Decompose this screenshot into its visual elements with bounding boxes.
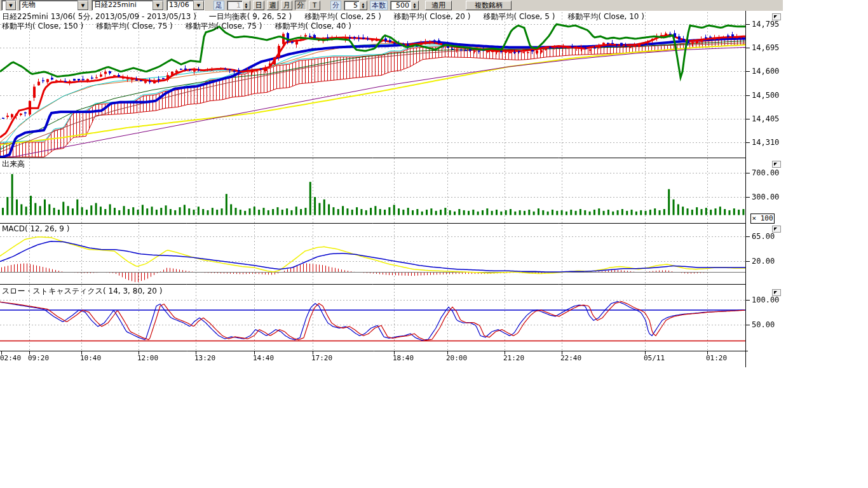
spinner-arrows-icon[interactable]: ▲▼ (410, 1, 419, 10)
time-axis-label: 10:40 (80, 354, 101, 362)
volume-panel-title: 出来高 (2, 159, 25, 170)
bar-type-label: 足 (214, 1, 224, 10)
time-axis-label: 12:00 (137, 354, 158, 362)
time-axis-label: 05/11 (644, 354, 665, 362)
symbol-combobox-value: 日経225mini (92, 1, 153, 10)
stochastics-panel-title: スロー・ストキャスティクス( 14, 3, 80, 20 ) (2, 286, 162, 297)
volume-panel-expand-icon[interactable] (772, 161, 781, 168)
bar-count-value: 500 (390, 1, 410, 10)
market-combobox[interactable]: 先物 ▼ (19, 0, 89, 11)
legend-ma150: 移動平均( Close, 150 ) (2, 21, 83, 32)
macd-panel-title: MACD( 12, 26, 9 ) (2, 224, 69, 233)
time-axis-label: 21:20 (503, 354, 524, 362)
chevron-down-icon[interactable]: ▼ (193, 1, 204, 10)
bar-count-spinner[interactable]: 500 ▲▼ (390, 1, 419, 10)
monthly-button[interactable]: 月 (281, 1, 292, 10)
minute-button[interactable]: 分 (295, 1, 306, 10)
apply-button[interactable]: 適用 (425, 1, 452, 10)
toolbar: ▼ 先物 ▼ 日経225mini ▼ 13/06 ▼ 足 1 ▲▼ 日 週 月 … (0, 0, 783, 11)
time-axis-label: 13:20 (194, 354, 215, 362)
price-axis-label: 14,310 (752, 138, 779, 147)
spinner-arrows-icon[interactable]: ▲▼ (242, 1, 250, 10)
price-axis-label: 14,405 (752, 114, 779, 123)
stoch-axis-label: 50.00 (752, 320, 775, 329)
legend-ma40: 移動平均( Close, 40 ) (275, 21, 351, 32)
macd-axis-label: 65.00 (752, 232, 775, 241)
volume-multiplier-badge: × 100 (750, 214, 775, 224)
chevron-down-icon[interactable]: ▼ (153, 1, 163, 10)
time-axis-label: 01:20 (706, 354, 727, 362)
multi-symbol-button[interactable]: 複数銘柄 (466, 1, 512, 10)
bar-interval-spinner[interactable]: 1 ▲▼ (227, 1, 250, 10)
minutes-spinner[interactable]: 5 ▲▼ (344, 1, 367, 10)
contract-month-combobox-value: 13/06 (167, 1, 193, 10)
time-axis-label: 18:40 (393, 354, 414, 362)
time-axis-label: 17:20 (311, 354, 332, 362)
time-axis-label: 22:40 (560, 354, 581, 362)
weekly-button[interactable]: 週 (267, 1, 278, 10)
legend-line-2: 移動平均( Close, 150 ) 移動平均( Close, 75 ) 移動平… (2, 21, 351, 32)
legend-ma75a: 移動平均( Close, 75 ) (96, 21, 173, 32)
chevron-down-icon[interactable]: ▼ (78, 1, 88, 10)
blank-combobox[interactable]: ▼ (1, 0, 17, 11)
time-axis-label: 14:40 (253, 354, 274, 362)
stoch-axis-label: 100.00 (752, 295, 779, 304)
minutes-label: 分 (330, 1, 341, 10)
chevron-down-icon[interactable]: ▼ (6, 1, 16, 10)
legend-ma20: 移動平均( Close, 20 ) (394, 11, 471, 22)
bar-count-label: 本数 (370, 1, 388, 10)
macd-axis-label: 20.00 (752, 257, 775, 266)
daily-button[interactable]: 日 (253, 1, 264, 10)
symbol-combobox[interactable]: 日経225mini ▼ (92, 0, 164, 11)
price-axis-label: 14,500 (752, 91, 779, 100)
spinner-arrows-icon[interactable]: ▲▼ (359, 1, 367, 10)
time-axis-label: 02:40 (0, 354, 21, 362)
tick-button[interactable]: T (309, 1, 320, 10)
volume-axis-label: 700.00 (752, 168, 779, 177)
chart-canvas[interactable] (0, 0, 868, 488)
time-axis-label: 09:20 (28, 354, 49, 362)
price-axis-label: 14,695 (752, 43, 779, 52)
market-combobox-value: 先物 (20, 1, 78, 10)
trading-app-window: ▼ 先物 ▼ 日経225mini ▼ 13/06 ▼ 足 1 ▲▼ 日 週 月 … (0, 0, 868, 488)
time-axis-label: 20:00 (446, 354, 467, 362)
contract-month-combobox[interactable]: 13/06 ▼ (166, 0, 205, 11)
bar-interval-value: 1 (227, 1, 242, 10)
legend-ma75b: 移動平均( Close, 75 ) (186, 21, 262, 32)
price-axis-label: 14,795 (752, 20, 779, 29)
legend-ma5: 移動平均( Close, 5 ) (483, 11, 555, 22)
minutes-value: 5 (344, 1, 359, 10)
volume-axis-label: 300.00 (752, 193, 779, 201)
legend-ma10: 移動平均( Close, 10 ) (567, 11, 644, 22)
price-axis-label: 14,600 (752, 67, 779, 76)
